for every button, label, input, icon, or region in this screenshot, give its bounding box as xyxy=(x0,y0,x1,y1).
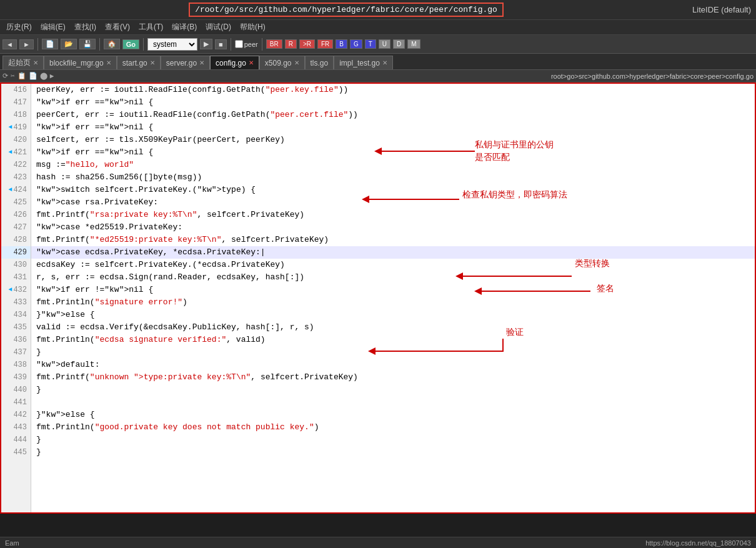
code-line-445: } xyxy=(31,446,755,459)
code-line-437: } xyxy=(31,346,755,359)
line-num-432: ◄432 xyxy=(1,284,31,296)
toolbar-sep4 xyxy=(231,38,231,51)
line-num-422: 422 xyxy=(1,159,31,171)
line-num-442: 442 xyxy=(1,409,31,421)
code-line-434: } "kw">else { xyxy=(31,309,755,321)
app-name: LiteIDE (default) xyxy=(692,5,751,14)
tab-blockfile-label: blockfile_mgr.go xyxy=(49,59,104,67)
code-line-435: valid := ecdsa.Verify(&ecdsaKey.PublicKe… xyxy=(31,321,755,334)
code-line-443: fmt.Println("good.private key does not m… xyxy=(31,421,755,434)
line-num-441: 441 xyxy=(1,396,31,409)
menu-bar: 历史(R) 编辑(E) 查找(I) 查看(V) 工具(T) 编译(B) 调试(D… xyxy=(0,20,756,35)
toolbar-system-select[interactable]: system xyxy=(147,38,197,51)
code-line-431: r, s, err := ecdsa.Sign(rand.Reader, ecd… xyxy=(31,271,755,284)
code-line-441 xyxy=(31,396,755,409)
status-left: Eam xyxy=(5,539,19,547)
menu-build[interactable]: 编译(B) xyxy=(168,21,201,34)
title-bar: /root/go/src/github.com/hyperledger/fabr… xyxy=(0,0,756,20)
line-num-426: 426 xyxy=(1,209,31,221)
tab-start-go[interactable]: start.go ✕ xyxy=(117,56,161,69)
sub-header-icons: ⟳ ✂ 📋 📄 ⬤ ▶ xyxy=(2,72,54,80)
toolbar-fr[interactable]: FR xyxy=(317,39,333,49)
tab-x509-close[interactable]: ✕ xyxy=(294,59,299,66)
toolbar-arrow[interactable]: ▶ xyxy=(200,39,212,49)
toolbar-d[interactable]: D xyxy=(393,39,405,49)
toolbar-g[interactable]: G xyxy=(350,39,362,49)
line-num-431: 431 xyxy=(1,271,31,284)
tab-start-close[interactable]: ✕ xyxy=(33,59,38,66)
toolbar-peer-check[interactable]: peer xyxy=(235,40,258,48)
menu-tools[interactable]: 工具(T) xyxy=(135,21,167,34)
tab-config-close[interactable]: ✕ xyxy=(249,59,254,66)
toolbar-back[interactable]: ◄ xyxy=(2,39,17,49)
line-num-419: ◄419 xyxy=(1,121,31,134)
menu-view[interactable]: 查看(V) xyxy=(101,21,134,34)
line-num-435: 435 xyxy=(1,321,31,334)
tab-config[interactable]: config.go ✕ xyxy=(210,56,259,69)
tab-tls[interactable]: tls.go xyxy=(305,56,334,69)
toolbar-m[interactable]: M xyxy=(407,39,420,49)
tab-start-go-label: start.go xyxy=(122,59,147,67)
toolbar-br[interactable]: BR xyxy=(266,39,282,49)
code-line-430: ecdsaKey := selfcert.PrivateKey.(*ecdsa.… xyxy=(31,259,755,271)
toolbar-new[interactable]: 📄 xyxy=(42,39,58,49)
tab-blockfile-close[interactable]: ✕ xyxy=(106,59,111,66)
toolbar-open[interactable]: 📂 xyxy=(61,39,77,49)
menu-find[interactable]: 查找(I) xyxy=(71,21,100,34)
code-line-439: fmt.Printf("unknown ">type:private key:%… xyxy=(31,371,755,384)
line-numbers: 416417418◄419420◄421422423◄4244254264274… xyxy=(1,84,31,512)
tab-tls-label: tls.go xyxy=(311,59,329,67)
line-num-437: 437 xyxy=(1,346,31,359)
toolbar-sep1 xyxy=(37,38,38,51)
code-line-425: "kw">case rsa.PrivateKey: xyxy=(31,196,755,209)
tab-start[interactable]: 起始页 ✕ xyxy=(2,56,44,69)
toolbar-gr[interactable]: >R xyxy=(299,39,315,49)
code-line-417: "kw">if err == "kw">nil { xyxy=(31,96,755,109)
menu-help[interactable]: 帮助(H) xyxy=(236,21,269,34)
toolbar-sep2 xyxy=(99,38,100,51)
toolbar-save[interactable]: 💾 xyxy=(79,39,96,49)
code-area[interactable]: peerKey, err := ioutil.ReadFile(config.G… xyxy=(31,84,755,512)
tab-impl-close[interactable]: ✕ xyxy=(382,59,387,66)
menu-history[interactable]: 历史(R) xyxy=(2,21,36,34)
code-line-424: "kw">switch selfcert.PrivateKey.("kw">ty… xyxy=(31,184,755,196)
tabs-bar: 起始页 ✕ blockfile_mgr.go ✕ start.go ✕ serv… xyxy=(0,54,756,70)
code-line-432: "kw">if err != "kw">nil { xyxy=(31,284,755,296)
toolbar-home[interactable]: 🏠 xyxy=(104,39,120,49)
code-line-433: fmt.Println("signature error!") xyxy=(31,296,755,309)
tab-start-go-close[interactable]: ✕ xyxy=(150,59,155,66)
code-line-438: "kw">default: xyxy=(31,359,755,371)
tab-server-close[interactable]: ✕ xyxy=(199,59,204,66)
code-container: peerKey, err := ioutil.ReadFile(config.G… xyxy=(31,84,755,459)
toolbar-u[interactable]: U xyxy=(379,39,390,49)
tab-server[interactable]: server.go ✕ xyxy=(161,56,210,69)
tab-x509[interactable]: x509.go ✕ xyxy=(259,56,305,69)
line-num-443: 443 xyxy=(1,421,31,434)
code-line-442: } "kw">else { xyxy=(31,409,755,421)
toolbar-t[interactable]: T xyxy=(365,39,376,49)
toolbar-forward[interactable]: ► xyxy=(19,39,34,49)
menu-edit[interactable]: 编辑(E) xyxy=(37,21,69,34)
code-line-444: } xyxy=(31,434,755,446)
code-line-436: fmt.Println("ecdsa signature verified:",… xyxy=(31,334,755,346)
toolbar-go[interactable]: Go xyxy=(122,39,139,49)
line-num-421: ◄421 xyxy=(1,146,31,159)
line-num-434: 434 xyxy=(1,309,31,321)
code-line-423: hash := sha256.Sum256([]byte(msg)) xyxy=(31,171,755,184)
tab-impl[interactable]: impl_test.go ✕ xyxy=(334,56,393,69)
toolbar-b[interactable]: B xyxy=(336,39,347,49)
toolbar-r[interactable]: R xyxy=(285,39,297,49)
line-num-425: 425 xyxy=(1,196,31,209)
line-num-439: 439 xyxy=(1,371,31,384)
menu-debug[interactable]: 调试(D) xyxy=(202,21,235,34)
tab-blockfile[interactable]: blockfile_mgr.go ✕ xyxy=(44,56,117,69)
line-num-440: 440 xyxy=(1,384,31,396)
peer-checkbox[interactable] xyxy=(235,40,243,48)
status-bar: Eam https://blog.csdn.net/qq_18807043 xyxy=(0,537,756,548)
toolbar-square[interactable]: ■ xyxy=(215,39,227,49)
code-line-422: msg := "hello, world" xyxy=(31,159,755,171)
line-num-418: 418 xyxy=(1,109,31,121)
code-line-428: fmt.Printf("*ed25519:private key:%T\n", … xyxy=(31,234,755,246)
breadcrumb: root>go>src>github.com>hyperledger>fabri… xyxy=(551,72,754,80)
line-num-429: 429 xyxy=(1,246,31,259)
